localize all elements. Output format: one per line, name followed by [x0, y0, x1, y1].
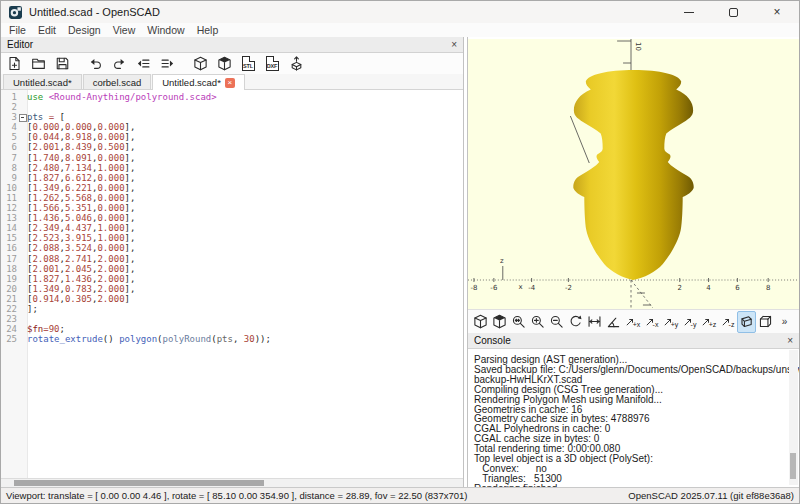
line-number: 11	[1, 193, 17, 203]
editor-code[interactable]: 1use <Round-Anything/polyround.scad>23pt…	[1, 90, 463, 478]
undo-button[interactable]	[84, 54, 106, 74]
preview-button[interactable]	[471, 311, 490, 333]
send-to-printer-button[interactable]	[285, 54, 307, 74]
code-line-3: 3pts = [	[1, 112, 463, 122]
menu-help[interactable]: Help	[191, 24, 225, 36]
view-minus-x-button[interactable]: -x	[642, 311, 661, 333]
view-plus-x-button[interactable]: +x	[623, 311, 642, 333]
zoom-out-icon	[549, 314, 564, 329]
z-tick-label: 10	[634, 42, 642, 51]
unindent-button[interactable]	[132, 54, 154, 74]
code-line-13: 13[1.436,5.046,0.000],	[1, 213, 463, 223]
perspective-button[interactable]	[737, 311, 756, 333]
perspective-icon	[739, 314, 754, 329]
line-number: 23	[1, 314, 17, 324]
model-object	[573, 70, 693, 280]
console-panel-close-button[interactable]: ×	[787, 336, 793, 346]
zoom-in-button[interactable]	[528, 311, 547, 333]
tab-2[interactable]: Untitled.scad*×	[152, 74, 245, 90]
zoom-all-button[interactable]	[509, 311, 528, 333]
svg-text:8: 8	[766, 284, 770, 292]
view-minus-y-button[interactable]: -y	[680, 311, 699, 333]
code-line-19: 19[1.827,1.436,2.000],	[1, 274, 463, 284]
code-line-7: 7[1.740,8.091,0.000],	[1, 153, 463, 163]
render-button[interactable]	[490, 311, 509, 333]
console-scrollbar[interactable]	[789, 350, 798, 485]
menu-edit[interactable]: Edit	[32, 24, 62, 36]
code-line-9: 9[1.827,6.612,0.000],	[1, 173, 463, 183]
indent-button[interactable]	[156, 54, 178, 74]
openscad-logo-icon	[9, 6, 22, 19]
tab-0[interactable]: Untitled.scad*	[3, 74, 82, 89]
maximize-button[interactable]	[711, 1, 755, 23]
line-number: 3	[1, 112, 17, 122]
export-dxf-button[interactable]: DXF	[261, 54, 283, 74]
more-tools-button[interactable]: »	[775, 311, 794, 333]
code-line-1: 1use <Round-Anything/polyround.scad>	[1, 92, 463, 102]
menu-view[interactable]: View	[107, 24, 142, 36]
zoom-out-button[interactable]	[547, 311, 566, 333]
line-number: 22	[1, 304, 17, 314]
menu-design[interactable]: Design	[62, 24, 107, 36]
redo-icon	[112, 56, 127, 71]
editor-panel: Editor × STLDXF Untitled.scad*corbel.sca…	[1, 37, 464, 487]
undo-icon	[88, 56, 103, 71]
line-number: 12	[1, 203, 17, 213]
tab-label: corbel.scad	[93, 77, 142, 88]
code-line-4: 4[0.000,0.000,0.000],	[1, 122, 463, 132]
viewport-3d[interactable]: -8-6-4-22468 10 z x	[468, 37, 799, 309]
line-number: 16	[1, 243, 17, 253]
view-minus-z-button[interactable]: -z	[718, 311, 737, 333]
svg-text:2: 2	[678, 284, 682, 292]
new-file-icon	[7, 56, 22, 71]
code-line-2: 2	[1, 102, 463, 112]
console-scrollbar-thumb[interactable]	[790, 453, 796, 479]
preview-icon	[193, 56, 208, 71]
menu-file[interactable]: File	[3, 24, 32, 36]
render-icon	[217, 56, 232, 71]
line-number: 21	[1, 294, 17, 304]
export-stl-button[interactable]: STL	[237, 54, 259, 74]
code-line-24: 24$fn=90;	[1, 324, 463, 334]
code-line-11: 11[1.262,5.568,0.000],	[1, 193, 463, 203]
new-file-button[interactable]	[3, 54, 25, 74]
code-line-22: 22];	[1, 304, 463, 314]
measure-angle-icon	[606, 314, 621, 329]
code-line-10: 10[1.349,6.221,0.000],	[1, 183, 463, 193]
console-lines: Parsing design (AST generation)...Saved …	[474, 355, 787, 487]
tab-1[interactable]: corbel.scad	[83, 74, 152, 89]
editor-panel-close-button[interactable]: ×	[451, 40, 457, 50]
measure-distance-button[interactable]	[585, 311, 604, 333]
svg-text:-6: -6	[490, 284, 497, 292]
view-plus-z-button[interactable]: +z	[699, 311, 718, 333]
svg-text:-2: -2	[565, 284, 572, 292]
measure-angle-button[interactable]	[604, 311, 623, 333]
statusbar: Viewport: translate = [ 0.00 0.00 4.46 ]…	[1, 487, 799, 503]
preview-button[interactable]	[189, 54, 211, 74]
editor-horizontal-scrollbar[interactable]	[1, 478, 463, 487]
minimize-button[interactable]	[667, 1, 711, 23]
menubar: FileEditDesignViewWindowHelp	[1, 23, 799, 37]
fold-marker[interactable]	[17, 112, 27, 122]
orthogonal-button[interactable]	[756, 311, 775, 333]
tab-close-button[interactable]: ×	[225, 78, 235, 88]
scrollbar-thumb[interactable]	[14, 480, 264, 486]
save-file-button[interactable]	[51, 54, 73, 74]
redo-button[interactable]	[108, 54, 130, 74]
tab-label: Untitled.scad*	[13, 77, 72, 88]
render-button[interactable]	[213, 54, 235, 74]
view-plus-y-button[interactable]: +y	[661, 311, 680, 333]
line-number: 17	[1, 254, 17, 264]
menu-window[interactable]: Window	[141, 24, 190, 36]
reset-view-button[interactable]	[566, 311, 585, 333]
right-column: -8-6-4-22468 10 z x	[467, 37, 799, 487]
line-number: 19	[1, 274, 17, 284]
3d-viewport-canvas[interactable]: -8-6-4-22468 10 z x	[468, 39, 799, 309]
code-line-16: 16[2.088,3.524,0.000],	[1, 243, 463, 253]
version-text: OpenSCAD 2025.07.11 (git ef88e36a8)	[628, 490, 794, 501]
line-number: 2	[1, 102, 17, 112]
close-button[interactable]: ×	[755, 1, 799, 23]
save-file-icon	[55, 56, 70, 71]
maximize-icon	[729, 8, 738, 17]
open-file-button[interactable]	[27, 54, 49, 74]
